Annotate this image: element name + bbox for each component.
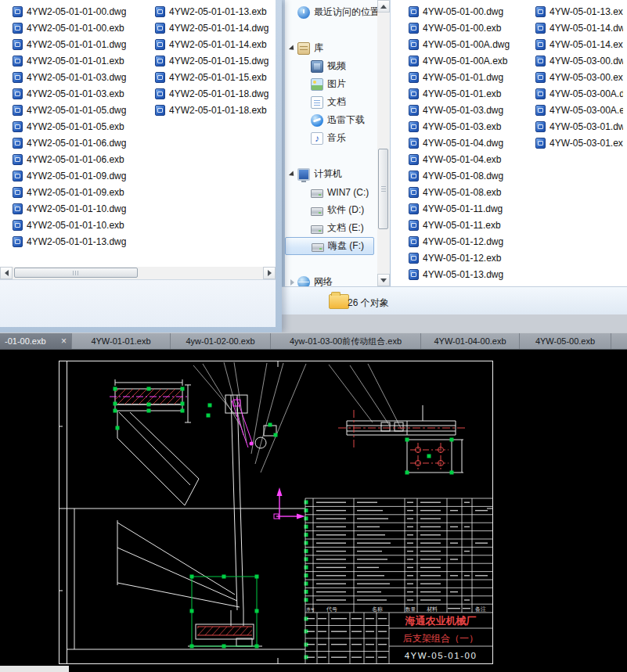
file-item[interactable]: 4YW-05-01-01.exb bbox=[409, 85, 534, 102]
file-item[interactable]: 4YW2-05-01-01-00.dwg bbox=[13, 3, 152, 20]
file-item[interactable]: 4YW2-05-01-01-05.exb bbox=[13, 118, 152, 135]
file-item[interactable]: 4YW-05-01-03.dwg bbox=[409, 102, 534, 118]
nav-item[interactable]: 嗨盘 (F:) bbox=[285, 237, 374, 255]
file-item[interactable]: 4YW-05-03-00.dwg bbox=[535, 52, 623, 69]
file-item[interactable]: 4YW-05-01-13.exb bbox=[535, 3, 623, 20]
horizontal-scrollbar[interactable] bbox=[0, 267, 276, 279]
file-item[interactable]: 4YW2-05-01-01-10.dwg bbox=[13, 200, 152, 217]
scroll-down-button[interactable] bbox=[377, 274, 390, 286]
collapsed-arrow-icon[interactable] bbox=[288, 278, 297, 287]
file-item[interactable]: 4YW-05-01-08.dwg bbox=[409, 167, 534, 184]
document-tab[interactable]: 4YW-01-04-00.exb bbox=[421, 333, 520, 349]
document-tab[interactable]: 4yw-01-03-00前传动组合.exb bbox=[271, 333, 421, 349]
cad-file-icon bbox=[13, 6, 23, 17]
file-item[interactable]: 4YW2-05-01-01-09.dwg bbox=[13, 167, 152, 184]
nav-pane[interactable]: 最近访问的位置库视频图片文档迅雷下载音乐计算机WIN7 (C:)软件 (D:)文… bbox=[285, 0, 377, 286]
cad-file-icon bbox=[13, 121, 23, 132]
scroll-up-button[interactable] bbox=[377, 0, 390, 13]
file-item[interactable]: 4YW2-05-01-01-14.dwg bbox=[155, 20, 272, 36]
coordinate-axes-icon bbox=[274, 487, 305, 519]
nav-item-label: 图片 bbox=[327, 77, 346, 91]
scrollbar-thumb[interactable] bbox=[14, 268, 138, 278]
nav-item[interactable]: 最近访问的位置 bbox=[285, 3, 377, 21]
file-item[interactable]: 4YW-05-01-12.dwg bbox=[409, 233, 534, 250]
file-item[interactable]: 4YW2-05-01-01-03.dwg bbox=[13, 69, 152, 85]
drive-icon bbox=[311, 207, 323, 216]
file-item[interactable]: 4YW2-05-01-01-13.dwg bbox=[13, 233, 152, 250]
file-item[interactable]: 4YW-05-03-01.exb bbox=[535, 135, 623, 151]
nav-item[interactable]: 网络 bbox=[285, 273, 377, 286]
nav-item[interactable]: 视频 bbox=[285, 57, 377, 75]
file-item[interactable]: 4YW2-05-01-01-10.exb bbox=[13, 217, 152, 233]
scroll-right-button[interactable] bbox=[263, 267, 276, 279]
file-item[interactable]: 4YW-05-01-13.dwg bbox=[409, 266, 534, 282]
file-item[interactable]: 4YW-05-01-14.exb bbox=[535, 36, 623, 52]
nav-item-label: 网络 bbox=[314, 275, 333, 286]
file-item[interactable]: 4YW2-05-01-01-06.exb bbox=[13, 151, 152, 167]
file-item[interactable]: 4YW2-05-01-01-15.exb bbox=[155, 69, 272, 85]
file-item[interactable]: 4YW-05-01-11.exb bbox=[409, 217, 534, 233]
file-item[interactable]: 4YW-05-01-11.dwg bbox=[409, 200, 534, 217]
file-item[interactable]: 4YW2-05-01-01-18.dwg bbox=[155, 85, 272, 102]
file-item[interactable]: 4YW2-05-01-01-05.dwg bbox=[13, 102, 152, 118]
file-item[interactable]: 4YW-05-01-14.dwg bbox=[535, 20, 623, 36]
file-item[interactable]: 4YW-05-03-00A.exb bbox=[535, 102, 623, 118]
file-item[interactable]: 4YW2-05-01-01-09.exb bbox=[13, 184, 152, 200]
file-name: 4YW2-05-01-01-13.dwg bbox=[27, 236, 126, 247]
cad-drawing-canvas[interactable]: 序号 代号 名称 数量 材料 备注 海通农业机械厂 后支架组合（一） 4YW-0… bbox=[0, 350, 627, 672]
file-list-right[interactable]: 4YW-05-01-00.dwg4YW-05-01-00.exb4YW-05-0… bbox=[391, 0, 627, 286]
cad-file-icon bbox=[409, 154, 419, 165]
expanded-arrow-icon[interactable] bbox=[288, 170, 297, 179]
file-item[interactable]: 4YW-05-01-00.dwg bbox=[409, 3, 534, 20]
file-item[interactable]: 4YW-05-01-00.exb bbox=[409, 20, 534, 36]
nav-item[interactable]: 音乐 bbox=[285, 129, 377, 147]
file-item[interactable]: 4YW-05-01-08.exb bbox=[409, 184, 534, 200]
file-item[interactable]: 4YW-05-03-01.dwg bbox=[535, 118, 623, 135]
file-item[interactable]: 4YW-05-03-00A.dwg bbox=[535, 85, 623, 102]
cad-file-icon bbox=[409, 105, 419, 116]
scroll-left-button[interactable] bbox=[0, 267, 13, 279]
file-item[interactable]: 4YW2-05-01-01-00.exb bbox=[13, 20, 152, 36]
file-item[interactable]: 4YW2-05-01-01-13.exb bbox=[155, 3, 272, 20]
file-item[interactable]: 4YW-05-01-00A.exb bbox=[409, 52, 534, 69]
file-name: 4YW-05-03-01.dwg bbox=[550, 121, 623, 132]
file-item[interactable]: 4YW2-05-01-01-18.exb bbox=[155, 102, 272, 118]
tab-close-icon[interactable]: × bbox=[61, 336, 67, 347]
document-tab[interactable]: -01-00.exb× bbox=[0, 333, 72, 349]
file-item[interactable]: 4YW2-05-01-01-06.dwg bbox=[13, 135, 152, 151]
file-item[interactable]: 4YW-05-01-01.dwg bbox=[409, 69, 534, 85]
nav-item[interactable]: 图片 bbox=[285, 75, 377, 93]
left-arrow-icon bbox=[5, 270, 9, 276]
file-item[interactable]: 4YW-05-01-04.dwg bbox=[409, 135, 534, 151]
cad-drawing-area[interactable]: 序号 代号 名称 数量 材料 备注 海通农业机械厂 后支架组合（一） 4YW-0… bbox=[0, 350, 627, 672]
nav-item[interactable]: 文档 (E:) bbox=[285, 219, 377, 237]
nav-item[interactable]: 计算机 bbox=[285, 165, 377, 183]
file-item[interactable]: 4YW2-05-01-01-03.exb bbox=[13, 85, 152, 102]
nav-item[interactable]: WIN7 (C:) bbox=[285, 183, 377, 201]
file-item[interactable]: 4YW-05-01-04.exb bbox=[409, 151, 534, 167]
file-item[interactable]: 4YW2-05-01-01-01.dwg bbox=[13, 36, 152, 52]
nav-item[interactable]: 软件 (D:) bbox=[285, 201, 377, 219]
cad-file-icon bbox=[535, 121, 546, 132]
cad-file-icon bbox=[155, 105, 165, 116]
file-item[interactable]: 4YW2-05-01-01-15.dwg bbox=[155, 52, 272, 69]
file-item[interactable]: 4YW-05-01-12.exb bbox=[409, 250, 534, 266]
document-tab[interactable]: 4yw-01-02-00.exb bbox=[171, 333, 271, 349]
cad-file-icon bbox=[155, 56, 165, 66]
document-tab[interactable]: 4YW-01-01.exb bbox=[72, 333, 171, 349]
document-tab[interactable]: 4YW-05-00.exb bbox=[520, 333, 611, 349]
file-item[interactable]: 4YW2-05-01-01-01.exb bbox=[13, 52, 152, 69]
scrollbar-thumb[interactable] bbox=[378, 149, 388, 229]
file-item[interactable]: 4YW2-05-01-01-14.exb bbox=[155, 36, 272, 52]
file-name: 4YW-05-01-00.exb bbox=[423, 23, 502, 34]
expanded-arrow-icon[interactable] bbox=[288, 44, 297, 53]
nav-scrollbar[interactable] bbox=[377, 0, 390, 286]
nav-item[interactable]: 文档 bbox=[285, 93, 377, 111]
file-list-left[interactable]: 4YW2-05-01-01-00.dwg4YW2-05-01-01-00.exb… bbox=[0, 0, 276, 267]
file-item[interactable]: 4YW-05-01-00A.dwg bbox=[409, 36, 534, 52]
details-pane-left bbox=[0, 279, 276, 327]
file-item[interactable]: 4YW-05-03-00.exb bbox=[535, 69, 623, 85]
nav-item[interactable]: 库 bbox=[285, 39, 377, 57]
nav-item[interactable]: 迅雷下载 bbox=[285, 111, 377, 129]
file-item[interactable]: 4YW-05-01-03.exb bbox=[409, 118, 534, 135]
